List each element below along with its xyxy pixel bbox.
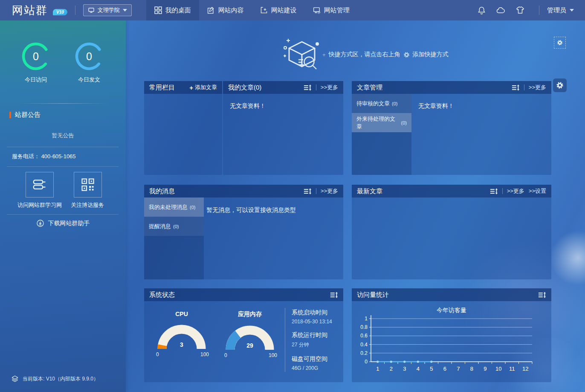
gauge-title: 应用内存 xyxy=(222,311,278,318)
dashboard-settings-gear-button[interactable] xyxy=(553,78,567,92)
panel-title: 我的消息 xyxy=(149,187,175,195)
sort-icon[interactable] xyxy=(490,188,498,195)
tab-label: 网站管理 xyxy=(324,6,350,15)
user-menu[interactable]: 管理员 xyxy=(547,6,574,15)
tab-count: (0) xyxy=(173,224,179,229)
gear-icon xyxy=(557,40,563,46)
today-visits-value: 0 xyxy=(21,42,50,71)
panel-common-columns: 常用栏目 添加文章 xyxy=(144,81,222,175)
system-uptime: 系统运行时间 27 分钟 xyxy=(292,331,341,348)
panel-title: 常用栏目 xyxy=(149,84,175,92)
sort-icon[interactable] xyxy=(330,292,338,298)
my-messages-more-link[interactable]: >>更多 xyxy=(321,187,338,195)
tab-unhandled-messages[interactable]: 我的未处理消息 (0) xyxy=(144,197,204,217)
sort-icon[interactable] xyxy=(304,84,312,91)
panel-title: 系统状态 xyxy=(149,291,175,299)
background-flare xyxy=(548,228,585,288)
cpu-gauge: CPU 3 0 100 xyxy=(153,311,210,358)
tab-label: 我的桌面 xyxy=(165,6,191,15)
tab-site-manage[interactable]: 网站管理 xyxy=(305,0,358,20)
monitor-icon xyxy=(88,7,95,14)
memory-gauge: 应用内存 29 0 100 xyxy=(222,311,278,359)
svg-text:1: 1 xyxy=(376,366,379,372)
gauge-scale: 0 100 xyxy=(153,351,210,358)
svg-text:0.2: 0.2 xyxy=(360,350,368,356)
download-assistant-link[interactable]: 下载网站群助手 xyxy=(0,219,126,227)
tab-external-pending[interactable]: 外来待处理的文章 (0) xyxy=(352,113,411,132)
svg-text:0.4: 0.4 xyxy=(360,342,368,348)
svg-text:11: 11 xyxy=(509,366,515,372)
my-articles-more-link[interactable]: >>更多 xyxy=(321,84,338,91)
tshirt-icon[interactable] xyxy=(515,6,525,15)
svg-text:9: 9 xyxy=(484,366,487,372)
sort-icon[interactable] xyxy=(512,84,520,91)
notification-bell-icon[interactable] xyxy=(477,6,486,15)
panel-title: 访问量统计 xyxy=(357,291,389,299)
topbar: 网站群 V10 文理学院 我的桌面 网站内容 xyxy=(0,0,585,20)
version-info: 当前版本: V10（内部版本 9.9.0） xyxy=(11,375,98,383)
accent-bar xyxy=(9,112,11,118)
site-selector-dropdown[interactable]: 文理学院 xyxy=(83,4,132,16)
svg-text:0.6: 0.6 xyxy=(360,333,368,339)
follow-service-label[interactable]: 关注博达服务 xyxy=(62,201,113,209)
cloud-icon[interactable] xyxy=(495,6,506,15)
divider xyxy=(502,188,503,194)
shortcut-hint-suffix: 添加快捷方式 xyxy=(413,51,449,58)
today-visits-ring: 0 xyxy=(21,42,50,71)
article-manage-empty-text: 无文章资料！ xyxy=(418,102,454,110)
article-manage-more-link[interactable]: >>更多 xyxy=(529,84,546,91)
svg-text:1: 1 xyxy=(365,316,368,322)
tab-count: (0) xyxy=(401,120,407,125)
disk-free-space: 磁盘可用空间 46G / 200G xyxy=(292,355,341,371)
svg-text:7: 7 xyxy=(457,366,460,372)
add-shortcut-gear-button[interactable] xyxy=(554,37,566,49)
svg-text:5: 5 xyxy=(430,366,433,372)
gear-icon xyxy=(556,81,564,89)
panel-visit-stats: 访问量统计 今年访客量00.20.40.60.81123456789101112 xyxy=(352,288,551,382)
sparkle-plus-icon: + xyxy=(322,52,326,58)
gauge-value: 29 xyxy=(222,342,278,349)
tab-reminder-messages[interactable]: 提醒消息 (0) xyxy=(144,217,204,236)
article-manage-tab-column: 待审核的文章 (0) 外来待处理的文章 (0) xyxy=(352,94,411,175)
panel-article-manage: 文章管理 >>更多 待审核的文章 (0) 外来待处理的文章 (0) 无文章资料！ xyxy=(352,81,551,175)
svg-text:今年访客量: 今年访客量 xyxy=(437,307,466,314)
tab-label: 待审核的文章 xyxy=(356,100,390,107)
sort-icon[interactable] xyxy=(304,188,312,195)
version-text: 当前版本: V10（内部版本 9.9.0） xyxy=(23,375,98,383)
latest-articles-more-link[interactable]: >>更多 xyxy=(507,187,524,195)
sort-icon[interactable] xyxy=(538,292,546,298)
add-square-icon xyxy=(260,6,268,14)
tab-count: (0) xyxy=(190,205,195,210)
site-selector-label: 文理学院 xyxy=(98,6,120,14)
add-article-button[interactable]: 添加文章 xyxy=(189,84,217,91)
tab-label: 网站内容 xyxy=(218,6,244,15)
gauge-value: 3 xyxy=(153,341,210,348)
panel-title: 文章管理 xyxy=(357,84,382,92)
latest-articles-settings-link[interactable]: >>设置 xyxy=(529,187,546,195)
plus-icon xyxy=(189,84,193,91)
tab-my-desktop[interactable]: 我的桌面 xyxy=(146,0,199,20)
shortcut-hint-prefix: 快捷方式区，请点击右上角 xyxy=(329,51,400,58)
divider xyxy=(524,84,524,90)
learning-site-link[interactable] xyxy=(26,172,54,197)
version-badge: V10 xyxy=(53,9,67,15)
svg-text:0: 0 xyxy=(365,359,368,365)
tab-pending-review[interactable]: 待审核的文章 (0) xyxy=(352,94,411,113)
system-boot-time: 系统启动时间 2018-05-30 13:14 xyxy=(292,309,341,325)
tab-site-content[interactable]: 网站内容 xyxy=(199,0,252,20)
tab-count: (0) xyxy=(392,101,397,106)
divider xyxy=(7,166,119,167)
my-messages-empty-text: 暂无消息，可以设置接收消息类型 xyxy=(206,206,296,214)
service-phone-label: 服务电话： xyxy=(12,153,40,160)
today-posts-value: 0 xyxy=(75,42,104,71)
tab-site-build[interactable]: 网站建设 xyxy=(252,0,305,20)
package-search-illustration xyxy=(282,37,321,78)
today-visits-label: 今日访问 xyxy=(10,76,61,84)
service-phone-number: 400-605-1065 xyxy=(41,153,76,160)
tab-label: 我的未处理消息 xyxy=(149,203,188,211)
panel-title: 最新文章 xyxy=(357,187,382,195)
svg-text:4: 4 xyxy=(417,366,420,372)
app-logo: 网站群 xyxy=(12,3,48,18)
chevron-down-icon xyxy=(570,9,574,12)
follow-service-link[interactable] xyxy=(74,172,102,197)
